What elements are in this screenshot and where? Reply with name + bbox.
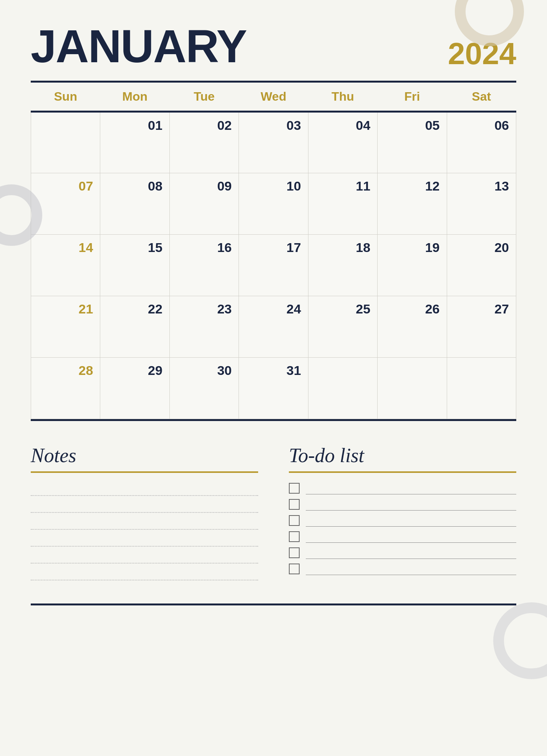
calendar-cell: 31 bbox=[239, 358, 308, 419]
calendar-cell: 14 bbox=[31, 235, 100, 296]
day-number: 07 bbox=[38, 179, 93, 194]
header: JANUARY 2024 bbox=[31, 23, 516, 69]
todo-item bbox=[289, 482, 516, 494]
calendar-cell: 11 bbox=[308, 173, 377, 235]
day-number: 14 bbox=[38, 240, 93, 255]
todo-checkbox[interactable] bbox=[289, 547, 300, 558]
day-number: 05 bbox=[385, 118, 439, 133]
day-number: 17 bbox=[246, 240, 301, 255]
todo-items bbox=[289, 482, 516, 575]
notes-line bbox=[31, 499, 258, 513]
day-number: 22 bbox=[107, 302, 162, 317]
calendar-cell bbox=[308, 358, 377, 419]
day-number: 24 bbox=[246, 302, 301, 317]
col-wed: Wed bbox=[239, 83, 308, 112]
day-number: 26 bbox=[385, 302, 439, 317]
calendar-cell: 29 bbox=[100, 358, 169, 419]
calendar-cell: 28 bbox=[31, 358, 100, 419]
day-number: 15 bbox=[107, 240, 162, 255]
todo-underline bbox=[289, 471, 516, 473]
col-sat: Sat bbox=[447, 83, 516, 112]
calendar-cell: 17 bbox=[239, 235, 308, 296]
calendar-cell: 24 bbox=[239, 296, 308, 358]
calendar-week-1: 010203040506 bbox=[31, 112, 516, 173]
day-number: 29 bbox=[107, 363, 162, 378]
day-number: 10 bbox=[246, 179, 301, 194]
notes-line bbox=[31, 550, 258, 564]
day-number: 03 bbox=[246, 118, 301, 133]
day-number: 28 bbox=[38, 363, 93, 378]
bottom-section: Notes To-do list bbox=[31, 444, 516, 580]
calendar-cell: 30 bbox=[169, 358, 239, 419]
calendar-cell: 20 bbox=[447, 235, 516, 296]
notes-line bbox=[31, 533, 258, 547]
day-number: 16 bbox=[177, 240, 232, 255]
todo-checkbox[interactable] bbox=[289, 531, 300, 542]
calendar-cell: 19 bbox=[378, 235, 447, 296]
col-sun: Sun bbox=[31, 83, 100, 112]
calendar-cell: 07 bbox=[31, 173, 100, 235]
todo-section: To-do list bbox=[289, 444, 516, 580]
col-fri: Fri bbox=[378, 83, 447, 112]
calendar-cell: 15 bbox=[100, 235, 169, 296]
day-number: 21 bbox=[38, 302, 93, 317]
todo-line bbox=[306, 498, 516, 511]
todo-checkbox[interactable] bbox=[289, 515, 300, 526]
calendar-cell: 13 bbox=[447, 173, 516, 235]
day-number: 27 bbox=[454, 302, 509, 317]
calendar-cell: 12 bbox=[378, 173, 447, 235]
calendar-cell: 04 bbox=[308, 112, 377, 173]
day-number: 02 bbox=[177, 118, 232, 133]
todo-line bbox=[306, 547, 516, 559]
calendar-cell: 25 bbox=[308, 296, 377, 358]
todo-item bbox=[289, 563, 516, 575]
page-container: JANUARY 2024 Sun Mon Tue Wed Thu Fri Sat… bbox=[0, 0, 547, 756]
notes-line bbox=[31, 516, 258, 530]
day-number: 12 bbox=[385, 179, 439, 194]
todo-item bbox=[289, 514, 516, 527]
todo-item bbox=[289, 498, 516, 511]
notes-section: Notes bbox=[31, 444, 258, 580]
calendar-week-4: 21222324252627 bbox=[31, 296, 516, 358]
deco-circle-bottom-right bbox=[493, 602, 547, 679]
day-number: 31 bbox=[246, 363, 301, 378]
day-number: 19 bbox=[385, 240, 439, 255]
day-number: 09 bbox=[177, 179, 232, 194]
notes-line bbox=[31, 482, 258, 496]
todo-checkbox[interactable] bbox=[289, 499, 300, 510]
calendar-cell: 02 bbox=[169, 112, 239, 173]
todo-item bbox=[289, 531, 516, 543]
day-number: 20 bbox=[454, 240, 509, 255]
calendar-week-3: 14151617181920 bbox=[31, 235, 516, 296]
calendar-cell: 10 bbox=[239, 173, 308, 235]
day-number: 18 bbox=[315, 240, 370, 255]
calendar-cell bbox=[447, 358, 516, 419]
calendar-cell: 26 bbox=[378, 296, 447, 358]
col-tue: Tue bbox=[169, 83, 239, 112]
day-number: 01 bbox=[107, 118, 162, 133]
calendar-cell bbox=[31, 112, 100, 173]
notes-underline bbox=[31, 471, 258, 473]
calendar-cell: 03 bbox=[239, 112, 308, 173]
calendar-cell: 01 bbox=[100, 112, 169, 173]
calendar-cell: 09 bbox=[169, 173, 239, 235]
calendar-week-5: 28293031 bbox=[31, 358, 516, 419]
calendar-cell: 22 bbox=[100, 296, 169, 358]
final-border bbox=[31, 603, 516, 605]
day-number: 08 bbox=[107, 179, 162, 194]
notes-lines bbox=[31, 482, 258, 580]
todo-checkbox[interactable] bbox=[289, 564, 300, 574]
day-number: 25 bbox=[315, 302, 370, 317]
calendar-cell: 27 bbox=[447, 296, 516, 358]
day-number: 04 bbox=[315, 118, 370, 133]
calendar-cell: 08 bbox=[100, 173, 169, 235]
calendar-cell: 18 bbox=[308, 235, 377, 296]
calendar-table: Sun Mon Tue Wed Thu Fri Sat 010203040506… bbox=[31, 83, 516, 419]
bottom-border bbox=[31, 419, 516, 421]
todo-checkbox[interactable] bbox=[289, 483, 300, 494]
calendar-cell: 05 bbox=[378, 112, 447, 173]
calendar-cell bbox=[378, 358, 447, 419]
day-number: 23 bbox=[177, 302, 232, 317]
notes-line bbox=[31, 567, 258, 580]
todo-line bbox=[306, 514, 516, 527]
